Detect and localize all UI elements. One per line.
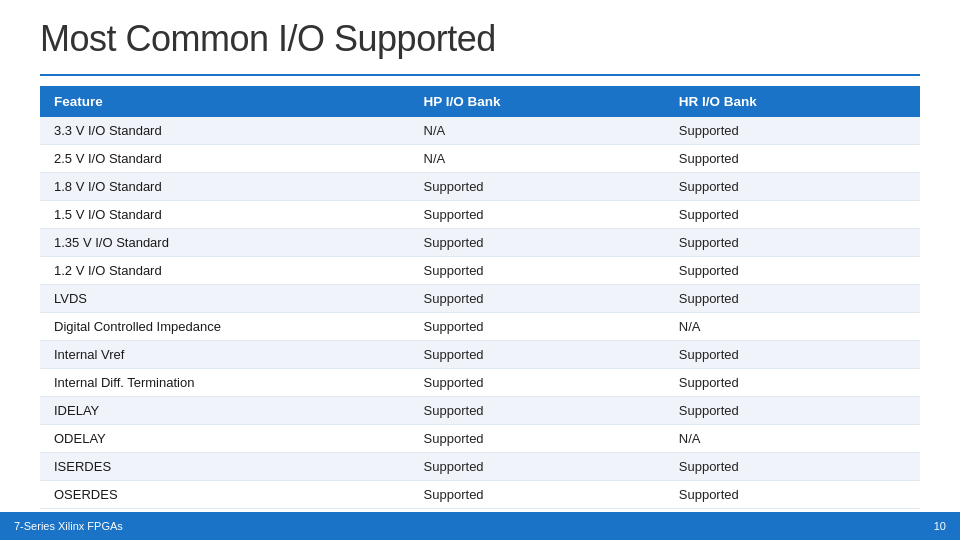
cell-feature: 2.5 V I/O Standard (40, 145, 410, 173)
page-container: Most Common I/O Supported Feature HP I/O… (0, 0, 960, 540)
table-row: LVDSSupportedSupported (40, 285, 920, 313)
title-area: Most Common I/O Supported (0, 0, 960, 68)
cell-hp: Supported (410, 201, 665, 229)
cell-hp: Supported (410, 425, 665, 453)
cell-feature: LVDS (40, 285, 410, 313)
col-hr-io: HR I/O Bank (665, 86, 920, 117)
cell-hr: Supported (665, 453, 920, 481)
table-row: OSERDESSupportedSupported (40, 481, 920, 509)
cell-hr: Supported (665, 369, 920, 397)
cell-feature: IDELAY (40, 397, 410, 425)
col-hp-io: HP I/O Bank (410, 86, 665, 117)
cell-hp: Supported (410, 229, 665, 257)
cell-feature: OSERDES (40, 481, 410, 509)
cell-hp: Supported (410, 285, 665, 313)
table-row: 1.2 V I/O StandardSupportedSupported (40, 257, 920, 285)
cell-feature: Internal Vref (40, 341, 410, 369)
cell-hr: Supported (665, 257, 920, 285)
cell-hr: Supported (665, 481, 920, 509)
table-row: ODELAYSupportedN/A (40, 425, 920, 453)
table-row: 2.5 V I/O StandardN/ASupported (40, 145, 920, 173)
table-row: 1.35 V I/O StandardSupportedSupported (40, 229, 920, 257)
cell-feature: 1.2 V I/O Standard (40, 257, 410, 285)
cell-hp: N/A (410, 117, 665, 145)
io-table: Feature HP I/O Bank HR I/O Bank 3.3 V I/… (40, 86, 920, 509)
cell-hp: Supported (410, 481, 665, 509)
cell-hr: Supported (665, 341, 920, 369)
cell-feature: Digital Controlled Impedance (40, 313, 410, 341)
table-row: Internal VrefSupportedSupported (40, 341, 920, 369)
content-area: Feature HP I/O Bank HR I/O Bank 3.3 V I/… (0, 76, 960, 512)
table-header-row: Feature HP I/O Bank HR I/O Bank (40, 86, 920, 117)
cell-feature: 1.5 V I/O Standard (40, 201, 410, 229)
cell-feature: ODELAY (40, 425, 410, 453)
cell-hp: Supported (410, 173, 665, 201)
table-row: 1.5 V I/O StandardSupportedSupported (40, 201, 920, 229)
cell-feature: 3.3 V I/O Standard (40, 117, 410, 145)
cell-hr: Supported (665, 173, 920, 201)
cell-hp: Supported (410, 397, 665, 425)
cell-feature: ISERDES (40, 453, 410, 481)
cell-feature: Internal Diff. Termination (40, 369, 410, 397)
cell-hr: Supported (665, 145, 920, 173)
table-row: ISERDESSupportedSupported (40, 453, 920, 481)
cell-hp: Supported (410, 341, 665, 369)
footer-bar: 7-Series Xilinx FPGAs 10 (0, 512, 960, 540)
cell-hr: Supported (665, 285, 920, 313)
cell-hr: N/A (665, 425, 920, 453)
cell-hp: N/A (410, 145, 665, 173)
cell-hr: Supported (665, 201, 920, 229)
page-title: Most Common I/O Supported (40, 18, 920, 60)
cell-hp: Supported (410, 453, 665, 481)
table-row: 3.3 V I/O StandardN/ASupported (40, 117, 920, 145)
table-row: Internal Diff. TerminationSupportedSuppo… (40, 369, 920, 397)
cell-hr: Supported (665, 229, 920, 257)
cell-feature: 1.8 V I/O Standard (40, 173, 410, 201)
table-row: IDELAYSupportedSupported (40, 397, 920, 425)
cell-hp: Supported (410, 257, 665, 285)
cell-hp: Supported (410, 369, 665, 397)
table-row: 1.8 V I/O StandardSupportedSupported (40, 173, 920, 201)
table-row: Digital Controlled ImpedanceSupportedN/A (40, 313, 920, 341)
cell-hp: Supported (410, 313, 665, 341)
col-feature: Feature (40, 86, 410, 117)
cell-hr: Supported (665, 117, 920, 145)
cell-hr: Supported (665, 397, 920, 425)
footer-page: 10 (934, 520, 946, 532)
cell-hr: N/A (665, 313, 920, 341)
cell-feature: 1.35 V I/O Standard (40, 229, 410, 257)
footer-label: 7-Series Xilinx FPGAs (14, 520, 123, 532)
